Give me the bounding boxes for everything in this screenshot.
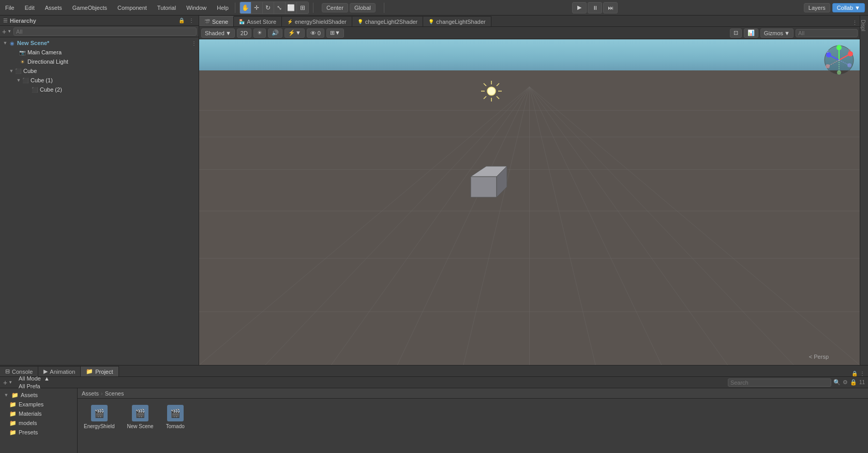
console-icon: ⊟ — [5, 368, 10, 375]
tabs-more[interactable]: ⋮ — [850, 20, 860, 26]
collab-button[interactable]: Collab ▼ — [832, 3, 865, 12]
menu-gameobject[interactable]: GameObjects — [70, 4, 109, 12]
newscene-label: New Scene — [127, 423, 153, 429]
hierarchy-search-input[interactable] — [13, 27, 197, 36]
tab-changelight[interactable]: 💡 changeLightShader — [423, 16, 491, 26]
hierarchy-panel: ☰ Hierarchy 🔒 ⋮ +▼ ▼ ◉ New Scene* ⋮ ▶ — [0, 16, 199, 365]
stats-btn[interactable]: 📊 — [744, 28, 758, 38]
sidebar-assets[interactable]: ▼ 📁 Assets — [0, 390, 77, 400]
bottom-more-btn[interactable]: ⋮ — [860, 371, 865, 376]
gizmos-dropdown[interactable]: Gizmos ▼ — [760, 28, 794, 38]
camera-label: Main Camera — [27, 49, 62, 55]
project-main: Assets › Scenes 🎬 EnergyShield 🎬 New Sce… — [78, 388, 868, 453]
right-panel-label: Displ — [860, 16, 866, 31]
bottom-toolbar: +▼ All Mode ▲ All Prefa 🔍 ⚙ 🔒 11 — [0, 377, 868, 388]
project-settings-icon[interactable]: ⚙ — [843, 379, 848, 386]
tornado-icon: 🎬 — [167, 405, 184, 421]
project-search-input[interactable] — [728, 378, 831, 387]
2d-btn[interactable]: 2D — [237, 28, 251, 38]
hand-tool[interactable]: ✋ — [240, 2, 251, 13]
svg-point-40 — [826, 64, 830, 68]
right-panel: Displ — [860, 16, 868, 365]
breadcrumb-scenes[interactable]: Scenes — [105, 390, 124, 397]
transform-tools: ✋ ✛ ↻ ⤡ ⬜ ⊞ — [240, 2, 309, 14]
svg-point-44 — [847, 63, 851, 67]
breadcrumb-assets[interactable]: Assets — [82, 390, 99, 397]
file-energyshield[interactable]: 🎬 EnergyShield — [82, 403, 116, 431]
sidebar-materials[interactable]: 📁 Materials — [0, 409, 77, 418]
grid-btn[interactable]: ⊞▼ — [326, 28, 344, 38]
tree-arrow-cube: ▼ — [8, 68, 14, 74]
sidebar-examples[interactable]: 📁 Examples — [0, 400, 77, 409]
svg-line-22 — [484, 83, 486, 86]
move-tool[interactable]: ✛ — [251, 2, 263, 13]
camera-btn[interactable]: 👁 0 — [307, 28, 324, 38]
tree-item-new-scene[interactable]: ▼ ◉ New Scene* ⋮ — [0, 38, 199, 48]
tree-item-directional-light[interactable]: ▶ ☀ Directional Light — [0, 57, 199, 66]
orientation-gizmo[interactable]: X Y Z — [824, 45, 855, 76]
center-btn[interactable]: Center — [322, 3, 348, 12]
project-lock-icon[interactable]: 🔒 — [850, 379, 857, 386]
svg-line-24 — [497, 83, 499, 86]
file-new-scene[interactable]: 🎬 New Scene — [125, 403, 155, 431]
hierarchy-add-btn[interactable]: +▼ — [2, 27, 11, 36]
divider-2 — [313, 3, 313, 13]
tab-energy-shader[interactable]: ⚡ energyShieldShader — [282, 16, 352, 26]
menu-edit[interactable]: Edit — [23, 4, 37, 12]
project-count: 11 — [859, 379, 865, 385]
rect-tool[interactable]: ⬜ — [286, 2, 297, 13]
rotate-tool[interactable]: ↻ — [263, 2, 274, 13]
hierarchy-lock[interactable]: 🔒 — [177, 17, 186, 24]
tree-item-cube2[interactable]: ▶ ⬛ Cube (2) — [0, 85, 199, 94]
tab-changelight2[interactable]: 💡 changeLight2Shader — [352, 16, 424, 26]
all-mode-btn[interactable]: All Mode ▲ — [17, 375, 52, 382]
light2-tab-icon: 💡 — [357, 19, 363, 24]
menu-window[interactable]: Window — [184, 4, 208, 12]
presets-label: Presets — [19, 429, 38, 435]
sidebar-presets[interactable]: 📁 Presets — [0, 428, 77, 437]
sidebar-models[interactable]: 📁 models — [0, 418, 77, 428]
viewport[interactable]: X Y Z < Persp — [199, 39, 860, 365]
bottom-lock-btn[interactable]: 🔒 — [851, 371, 858, 376]
sun-gizmo — [478, 78, 504, 104]
menu-assets[interactable]: Assets — [43, 4, 64, 12]
light-toggle[interactable]: ☀ — [253, 28, 266, 38]
animation-icon: ▶ — [43, 368, 48, 375]
step-button[interactable]: ⏭ — [603, 2, 618, 13]
menu-file[interactable]: File — [3, 4, 17, 12]
file-tornado[interactable]: 🎬 Tornado — [164, 403, 187, 431]
shaded-label: Shaded — [205, 30, 225, 36]
hierarchy-content: ▼ ◉ New Scene* ⋮ ▶ 📷 Main Camera ▶ ☀ Dir… — [0, 37, 199, 365]
newscene-icon: 🎬 — [132, 405, 148, 421]
sky — [199, 39, 860, 70]
svg-point-17 — [487, 87, 496, 95]
project-add-btn[interactable]: +▼ — [3, 378, 12, 387]
menu-component[interactable]: Component — [115, 4, 149, 12]
scale-tool[interactable]: ⤡ — [274, 2, 286, 13]
audio-toggle[interactable]: 🔊 — [268, 28, 282, 38]
bottom-content: ▼ 📁 Assets 📁 Examples 📁 Materials 📁 mode… — [0, 388, 868, 453]
tab-asset-store[interactable]: 🏪 Asset Store — [234, 16, 282, 26]
tab-scene[interactable]: 🎬 Scene — [199, 16, 234, 26]
menu-tutorial[interactable]: Tutorial — [155, 4, 178, 12]
menu-help[interactable]: Help — [215, 4, 231, 12]
effects-toggle[interactable]: ⚡▼ — [285, 28, 305, 38]
pause-button[interactable]: ⏸ — [588, 2, 602, 13]
transform-tool[interactable]: ⊞ — [297, 2, 308, 13]
play-button[interactable]: ▶ — [572, 2, 587, 13]
energyshield-icon: 🎬 — [91, 405, 108, 421]
layers-button[interactable]: Layers — [804, 3, 830, 12]
tree-item-cube1[interactable]: ▼ ⬛ Cube (1) — [0, 76, 199, 85]
bottom-tabs: ⊟ Console ▶ Animation 📁 Project 🔒 ⋮ — [0, 366, 868, 377]
tree-item-main-camera[interactable]: ▶ 📷 Main Camera — [0, 48, 199, 57]
tabs-bar: 🎬 Scene 🏪 Asset Store ⚡ energyShieldShad… — [199, 16, 860, 27]
scene-search-input[interactable] — [796, 29, 858, 37]
tab-project[interactable]: 📁 Project — [81, 366, 118, 376]
tree-item-cube[interactable]: ▼ ⬛ Cube — [0, 66, 199, 76]
maximize-btn[interactable]: ⊡ — [730, 28, 742, 38]
hierarchy-more[interactable]: ⋮ — [187, 17, 196, 24]
scene-more[interactable]: ⋮ — [191, 40, 197, 46]
cube-3d — [458, 153, 510, 195]
shaded-dropdown[interactable]: Shaded ▼ — [201, 28, 235, 38]
global-btn[interactable]: Global — [350, 3, 376, 12]
